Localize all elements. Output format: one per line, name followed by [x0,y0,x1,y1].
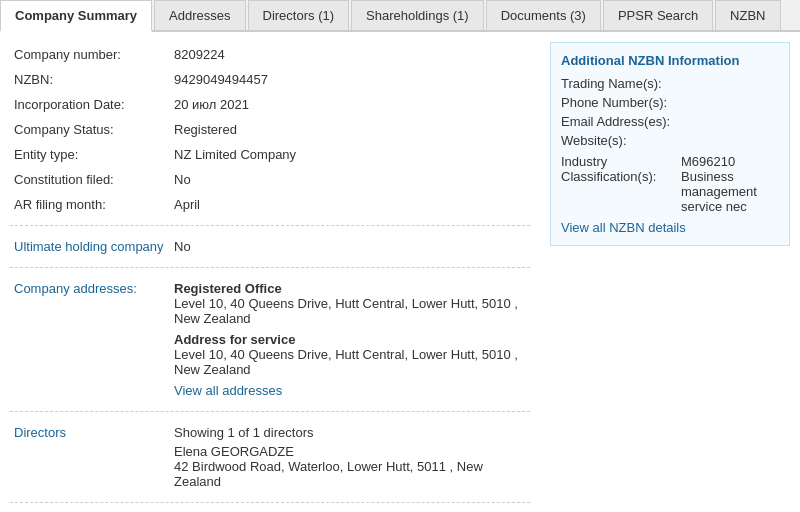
ultimate-holding-label[interactable]: Ultimate holding company [10,234,170,259]
nzbn-trading-value [681,76,779,91]
table-row: Incorporation Date: 20 июл 2021 [10,92,530,117]
field-label: Incorporation Date: [10,92,170,117]
company-info-table: Company number: 8209224 NZBN: 9429049494… [10,42,530,217]
divider-2 [10,267,530,268]
tab-documents[interactable]: Documents (3) [486,0,601,30]
address-for-service-address: Level 10, 40 Queens Drive, Hutt Central,… [174,347,526,377]
divider-4 [10,502,530,503]
field-label: Company number: [10,42,170,67]
field-label: Company Status: [10,117,170,142]
registered-office-header: Registered Office [174,281,526,296]
addresses-label[interactable]: Company addresses: [10,276,170,403]
field-value: 8209224 [170,42,530,67]
left-panel: Company number: 8209224 NZBN: 9429049494… [0,42,540,512]
right-panel: Additional NZBN Information Trading Name… [540,42,800,512]
table-row: Company Status: Registered [10,117,530,142]
table-row: Constitution filed: No [10,167,530,192]
ultimate-holding-value: No [170,234,530,259]
nzbn-website-row: Website(s): [561,133,779,148]
registered-office-address: Level 10, 40 Queens Drive, Hutt Central,… [174,296,526,326]
nzbn-title: Additional NZBN Information [561,53,779,68]
registered-office-block: Registered Office Level 10, 40 Queens Dr… [174,281,526,326]
field-value: 9429049494457 [170,67,530,92]
nzbn-phone-value [681,95,779,110]
company-addresses-table: Company addresses: Registered Office Lev… [10,276,530,403]
field-value: Registered [170,117,530,142]
nzbn-industry-value: M696210 Business management service nec [681,154,779,214]
company-addresses-link[interactable]: Company addresses: [14,281,137,296]
table-row: AR filing month: April [10,192,530,217]
divider-3 [10,411,530,412]
ultimate-holding-table: Ultimate holding company No [10,234,530,259]
view-all-addresses-link[interactable]: View all addresses [174,383,282,398]
tab-company-summary[interactable]: Company Summary [0,0,152,32]
directors-summary: Showing 1 of 1 directors [174,425,526,440]
director-address: 42 Birdwood Road, Waterloo, Lower Hutt, … [174,459,526,489]
field-value: 20 июл 2021 [170,92,530,117]
table-row: Ultimate holding company No [10,234,530,259]
nzbn-box: Additional NZBN Information Trading Name… [550,42,790,246]
tab-nzbn[interactable]: NZBN [715,0,780,30]
main-content: Company number: 8209224 NZBN: 9429049494… [0,32,800,512]
view-all-nzbn-link[interactable]: View all NZBN details [561,220,779,235]
field-label: AR filing month: [10,192,170,217]
divider [10,225,530,226]
address-for-service-header: Address for service [174,332,526,347]
tab-addresses[interactable]: Addresses [154,0,245,30]
directors-table: Directors Showing 1 of 1 directors Elena… [10,420,530,494]
directors-row: Directors Showing 1 of 1 directors Elena… [10,420,530,494]
nzbn-industry-row: Industry Classification(s): M696210 Busi… [561,154,779,214]
directors-link[interactable]: Directors [14,425,66,440]
nzbn-email-label: Email Address(es): [561,114,681,129]
addresses-value: Registered Office Level 10, 40 Queens Dr… [170,276,530,403]
director-name: Elena GEORGADZE [174,444,526,459]
nzbn-industry-label: Industry Classification(s): [561,154,681,214]
field-label: NZBN: [10,67,170,92]
director-info: Elena GEORGADZE 42 Birdwood Road, Waterl… [174,444,526,489]
nzbn-phone-label: Phone Number(s): [561,95,681,110]
field-label: Constitution filed: [10,167,170,192]
tab-shareholdings[interactable]: Shareholdings (1) [351,0,484,30]
address-for-service-block: Address for service Level 10, 40 Queens … [174,332,526,377]
directors-value: Showing 1 of 1 directors Elena GEORGADZE… [170,420,530,494]
field-value: No [170,167,530,192]
tab-ppsr[interactable]: PPSR Search [603,0,713,30]
tab-bar: Company Summary Addresses Directors (1) … [0,0,800,32]
nzbn-email-row: Email Address(es): [561,114,779,129]
nzbn-trading-label: Trading Name(s): [561,76,681,91]
nzbn-phone-row: Phone Number(s): [561,95,779,110]
nzbn-website-label: Website(s): [561,133,681,148]
field-value: NZ Limited Company [170,142,530,167]
field-value: April [170,192,530,217]
nzbn-email-value [681,114,779,129]
nzbn-trading-row: Trading Name(s): [561,76,779,91]
addresses-row: Company addresses: Registered Office Lev… [10,276,530,403]
nzbn-website-value [681,133,779,148]
ultimate-holding-link[interactable]: Ultimate holding company [14,239,164,254]
directors-label[interactable]: Directors [10,420,170,494]
tab-directors[interactable]: Directors (1) [248,0,350,30]
field-label: Entity type: [10,142,170,167]
table-row: Entity type: NZ Limited Company [10,142,530,167]
table-row: NZBN: 9429049494457 [10,67,530,92]
table-row: Company number: 8209224 [10,42,530,67]
